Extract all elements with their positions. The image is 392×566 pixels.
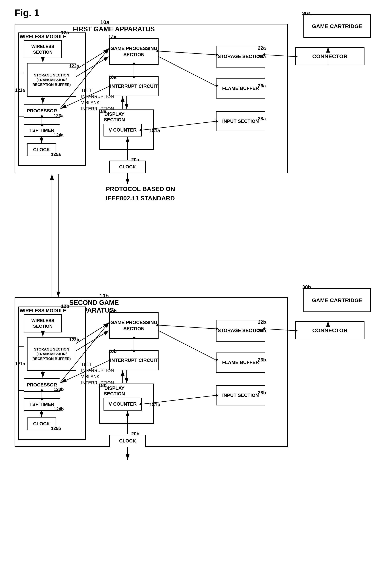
ref-14b: 14b <box>108 308 117 314</box>
ref-18b: 18b <box>98 383 107 388</box>
ref-26b: 26b <box>258 357 266 363</box>
ref-16a: 16a <box>108 74 116 80</box>
ref-122a: 122a <box>69 63 79 69</box>
ref-123b: 123b <box>54 387 64 392</box>
wireless-module-ref-a: 12a <box>61 30 69 35</box>
first-apparatus-label: FIRST GAME APPARATUS <box>73 25 155 33</box>
ref-121b: 121b <box>15 361 25 366</box>
ref-124b: 124b <box>54 406 64 412</box>
ref-181b: 181b <box>149 402 160 407</box>
game-processing-box-b: GAME PROCESSING SECTION <box>109 312 159 339</box>
ref-24b: 24b <box>258 328 266 334</box>
ref-24a: 24a <box>258 54 266 60</box>
v-counter-box-a: V COUNTER <box>103 124 142 136</box>
clock-bottom-box-a: CLOCK <box>109 161 146 173</box>
storage-section-inner-box-b: STORAGE SECTION (TRANSMISSION/ RECEPTION… <box>27 337 76 371</box>
ref-22a: 22a <box>258 45 266 51</box>
ref-125b: 125b <box>51 426 61 431</box>
wireless-section-box-b: WIRELESS SECTION <box>24 314 62 332</box>
ref-26a: 26a <box>258 83 266 89</box>
ref-20a: 20a <box>131 157 139 163</box>
display-section-label-a: DISPLAYSECTION <box>104 111 125 123</box>
wireless-module-label-b: WIRELESS MODULE <box>20 308 66 313</box>
ref-22b: 22b <box>258 319 266 325</box>
ref-124a: 124a <box>54 133 63 138</box>
clock-bottom-box-b: CLOCK <box>109 435 146 447</box>
game-cartridge-ref-a: 30a <box>302 11 311 16</box>
wireless-module-ref-b: 12b <box>61 303 69 309</box>
second-apparatus-ref: 10b <box>99 293 109 299</box>
ref-28a: 28a <box>258 116 266 121</box>
ref-122b: 122b <box>69 337 79 342</box>
storage-section-inner-box-a: STORAGE SECTION (TRANSMISSION/ RECEPTION… <box>27 63 76 97</box>
first-apparatus-ref: 10a <box>100 19 109 25</box>
wireless-module-label-a: WIRELESS MODULE <box>20 34 66 39</box>
ref-18a: 18a <box>98 109 106 114</box>
page: Fig. 1 FIRST GAME APPARATUS 10a WIRELESS… <box>0 0 392 566</box>
interrupt-circuit-box-b: INTERRUPT CIRCUIT <box>109 350 159 370</box>
game-cartridge-box-a: GAME CARTRIDGE <box>303 14 371 38</box>
v-counter-box-b: V COUNTER <box>103 398 142 411</box>
tbtt-text-a: TBTTINTERRUPTIONV BLANKINTERRUPTION <box>81 87 114 112</box>
wireless-section-box-a: WIRELESS SECTION <box>24 40 62 58</box>
ref-123a: 123a <box>54 113 63 118</box>
ref-20b: 20b <box>131 431 140 437</box>
ref-181a: 181a <box>149 128 160 133</box>
ref-121a: 121a <box>15 88 25 93</box>
interrupt-circuit-box-a: INTERRUPT CIRCUIT <box>109 76 159 96</box>
connector-box-a: CONNECTOR <box>295 47 364 65</box>
ref-28b: 28b <box>258 390 266 396</box>
game-processing-box-a: GAME PROCESSING SECTION <box>109 38 159 65</box>
tbtt-text-b: TBTTINTERRUPTIONV BLANKINTERRUPTION <box>81 361 114 386</box>
game-cartridge-ref-b: 30b <box>302 284 311 290</box>
protocol-text: PROTOCOL BASED ONIEEE802.11 STANDARD <box>106 184 175 203</box>
ref-125a: 125a <box>51 152 61 157</box>
game-cartridge-box-b: GAME CARTRIDGE <box>303 288 371 312</box>
ref-14a: 14a <box>108 34 116 40</box>
display-section-label-b: DISPLAYSECTION <box>104 385 125 397</box>
connector-box-b: CONNECTOR <box>295 321 364 339</box>
fig-label: Fig. 1 <box>14 7 39 18</box>
ref-16b: 16b <box>108 348 117 354</box>
